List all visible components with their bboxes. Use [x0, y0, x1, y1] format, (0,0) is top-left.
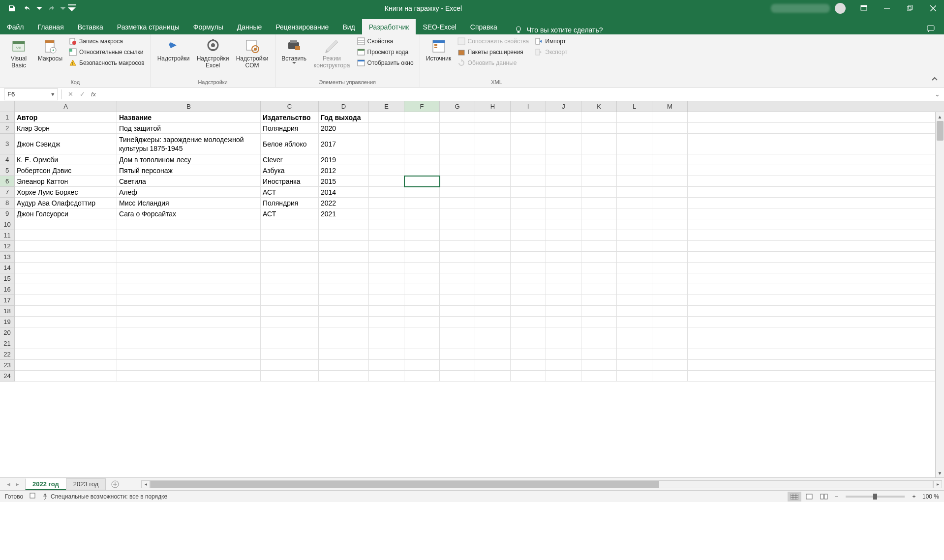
cell[interactable] [440, 273, 475, 284]
cell[interactable] [581, 273, 617, 284]
cell[interactable]: Дом в тополином лесу [117, 154, 261, 165]
cell[interactable] [475, 338, 511, 349]
redo-button[interactable] [44, 1, 58, 15]
cell[interactable] [511, 176, 546, 187]
cell[interactable] [652, 273, 688, 284]
cell[interactable] [404, 295, 440, 306]
cell[interactable] [617, 306, 652, 317]
cell[interactable] [369, 349, 404, 360]
cell[interactable] [15, 284, 117, 295]
cell[interactable] [581, 338, 617, 349]
cell[interactable] [511, 252, 546, 263]
cell[interactable] [652, 360, 688, 371]
cell[interactable] [617, 349, 652, 360]
add-sheet-button[interactable] [109, 479, 122, 490]
cell[interactable]: Clever [261, 154, 319, 165]
cell[interactable] [581, 295, 617, 306]
cell[interactable] [117, 360, 261, 371]
row-header[interactable]: 24 [0, 371, 15, 382]
cell[interactable] [652, 219, 688, 230]
maximize-button[interactable] [899, 0, 921, 16]
fx-icon[interactable]: fx [91, 90, 96, 98]
cell[interactable] [404, 123, 440, 134]
cell[interactable] [117, 219, 261, 230]
insert-control-button[interactable]: Вставить [279, 36, 309, 66]
cell[interactable] [617, 360, 652, 371]
cell[interactable] [475, 360, 511, 371]
cell[interactable] [546, 252, 581, 263]
column-header[interactable]: C [261, 101, 319, 112]
cell[interactable] [617, 273, 652, 284]
cell[interactable] [319, 284, 369, 295]
cell[interactable] [261, 327, 319, 338]
save-button[interactable] [5, 1, 19, 15]
cell[interactable] [369, 338, 404, 349]
cell[interactable] [546, 241, 581, 252]
cell[interactable] [404, 349, 440, 360]
cell[interactable]: Элеанор Каттон [15, 176, 117, 187]
cell[interactable] [15, 230, 117, 241]
row-header[interactable]: 3 [0, 134, 15, 154]
cell[interactable] [404, 112, 440, 123]
ribbon-tab-seo-excel[interactable]: SEO-Excel [416, 19, 463, 34]
cell[interactable] [652, 154, 688, 165]
cell[interactable] [652, 123, 688, 134]
cell[interactable] [617, 327, 652, 338]
comments-button[interactable] [926, 24, 935, 34]
cell[interactable] [440, 154, 475, 165]
xml-export-button[interactable]: Экспорт [533, 47, 569, 57]
cell[interactable] [475, 187, 511, 198]
cell[interactable] [581, 371, 617, 382]
com-addins-button[interactable]: Надстройки COM [234, 36, 271, 71]
column-header[interactable]: M [652, 101, 688, 112]
cell[interactable]: Клэр Зорн [15, 123, 117, 134]
cell[interactable] [369, 154, 404, 165]
cell[interactable] [511, 317, 546, 327]
cell[interactable] [440, 187, 475, 198]
horizontal-scrollbar[interactable] [150, 480, 933, 488]
cell[interactable] [617, 154, 652, 165]
cell[interactable] [404, 252, 440, 263]
cell[interactable] [581, 198, 617, 208]
cell[interactable] [117, 349, 261, 360]
ribbon-tab-формулы[interactable]: Формулы [186, 19, 230, 34]
cell[interactable] [15, 273, 117, 284]
cell[interactable]: Робертсон Дэвис [15, 165, 117, 176]
cell[interactable] [617, 219, 652, 230]
cell[interactable] [581, 230, 617, 241]
cell[interactable] [261, 284, 319, 295]
row-header[interactable]: 16 [0, 284, 15, 295]
cell[interactable] [546, 338, 581, 349]
ribbon-tab-рецензирование[interactable]: Рецензирование [269, 19, 335, 34]
cell[interactable] [319, 327, 369, 338]
cell[interactable] [546, 317, 581, 327]
cell[interactable]: Хорхе Луис Борхес [15, 187, 117, 198]
cell[interactable] [652, 176, 688, 187]
cell[interactable] [404, 327, 440, 338]
cell[interactable] [261, 263, 319, 273]
select-all-corner[interactable] [0, 101, 15, 112]
cell[interactable]: Поляндрия [261, 123, 319, 134]
cell[interactable] [546, 306, 581, 317]
relative-references-button[interactable]: Относительные ссылки [67, 47, 147, 57]
cell[interactable] [475, 317, 511, 327]
cell[interactable] [404, 371, 440, 382]
cell[interactable] [475, 230, 511, 241]
cell[interactable] [581, 154, 617, 165]
column-header[interactable]: E [369, 101, 404, 112]
cell[interactable] [652, 317, 688, 327]
cell[interactable] [319, 230, 369, 241]
cell[interactable] [475, 252, 511, 263]
cell[interactable] [546, 219, 581, 230]
cell[interactable] [546, 208, 581, 219]
row-header[interactable]: 22 [0, 349, 15, 360]
cell[interactable]: 2022 [319, 198, 369, 208]
cell[interactable] [117, 263, 261, 273]
cell[interactable] [369, 284, 404, 295]
cell[interactable] [511, 134, 546, 154]
sheet-nav-prev[interactable]: ▸ [13, 479, 22, 490]
ribbon-tab-вставка[interactable]: Вставка [71, 19, 110, 34]
cell[interactable] [546, 198, 581, 208]
tell-me-search[interactable]: Что вы хотите сделать? [514, 26, 603, 34]
cell[interactable] [511, 295, 546, 306]
